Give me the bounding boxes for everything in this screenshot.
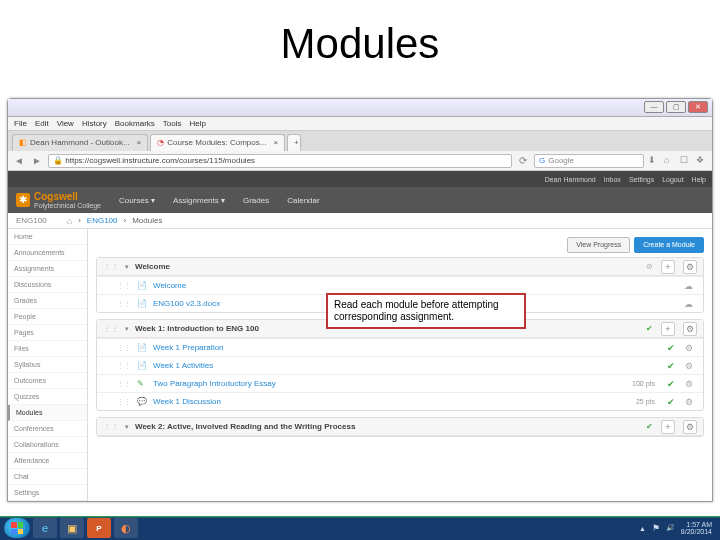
forward-button[interactable]: ► — [30, 154, 44, 168]
drag-icon[interactable]: ⋮⋮ — [117, 282, 131, 290]
tray-flag-icon[interactable]: ⚑ — [652, 523, 660, 533]
tab-canvas[interactable]: ◔Course Modules: Compos...× — [150, 134, 285, 151]
taskbar: e ▣ P ◐ ▲ ⚑ 🔊 1:57 AM 8/20/2014 — [0, 516, 720, 540]
module-header[interactable]: ⋮⋮ ▾ Welcome ⊘ + ⚙ — [97, 258, 703, 276]
sidebar-item-files[interactable]: Files — [8, 341, 87, 357]
help-link[interactable]: Help — [692, 176, 706, 183]
taskbar-firefox[interactable]: ◐ — [114, 518, 138, 538]
published-icon: ✔ — [667, 361, 675, 371]
module-item[interactable]: ⋮⋮ 📄 Week 1 Activities ✔ ⚙ — [97, 356, 703, 374]
add-item-button[interactable]: + — [661, 420, 675, 434]
brand-logo[interactable]: ✱ Cogswell Polytechnical College — [16, 192, 101, 209]
drag-icon[interactable]: ⋮⋮ — [117, 380, 131, 388]
inbox-link[interactable]: Inbox — [604, 176, 621, 183]
sidebar-item-assignments[interactable]: Assignments — [8, 261, 87, 277]
home-icon[interactable]: ⌂ — [67, 216, 72, 226]
view-progress-button[interactable]: View Progress — [567, 237, 630, 253]
tray-clock[interactable]: 1:57 AM 8/20/2014 — [681, 521, 712, 535]
sidebar-item-announcements[interactable]: Announcements — [8, 245, 87, 261]
menu-view[interactable]: View — [57, 117, 74, 130]
cloud-icon[interactable]: ☁ — [684, 281, 693, 291]
menu-tools[interactable]: Tools — [163, 117, 182, 130]
modules-main: View Progress Create a Module ⋮⋮ ▾ Welco… — [88, 229, 712, 501]
module-settings-button[interactable]: ⚙ — [683, 322, 697, 336]
nav-grades[interactable]: Grades — [243, 196, 269, 205]
sidebar-item-attendance[interactable]: Attendance — [8, 453, 87, 469]
close-icon[interactable]: × — [137, 135, 142, 151]
system-tray[interactable]: ▲ ⚑ 🔊 1:57 AM 8/20/2014 — [639, 521, 716, 535]
add-item-button[interactable]: + — [661, 260, 675, 274]
drag-icon[interactable]: ⋮⋮ — [103, 422, 119, 431]
drag-icon[interactable]: ⋮⋮ — [117, 300, 131, 308]
search-input[interactable]: GGoogle — [534, 154, 644, 168]
tray-volume-icon[interactable]: 🔊 — [666, 524, 675, 532]
close-button[interactable]: ✕ — [688, 101, 708, 113]
module-header[interactable]: ⋮⋮ ▾ Week 2: Active, Involved Reading an… — [97, 418, 703, 436]
sidebar-item-quizzes[interactable]: Quizzes — [8, 389, 87, 405]
module-item[interactable]: ⋮⋮ 📄 Week 1 Preparation ✔ ⚙ — [97, 338, 703, 356]
chevron-down-icon[interactable]: ▾ — [125, 263, 129, 271]
module-item[interactable]: ⋮⋮ 📄 Welcome ☁ — [97, 276, 703, 294]
sidebar-item-modules[interactable]: Modules — [8, 405, 87, 421]
drag-icon[interactable]: ⋮⋮ — [117, 362, 131, 370]
page-icon: 📄 — [137, 361, 147, 370]
sidebar-item-conferences[interactable]: Conferences — [8, 421, 87, 437]
add-item-button[interactable]: + — [661, 322, 675, 336]
sidebar-item-outcomes[interactable]: Outcomes — [8, 373, 87, 389]
sidebar-item-pages[interactable]: Pages — [8, 325, 87, 341]
minimize-button[interactable]: — — [644, 101, 664, 113]
module-item[interactable]: ⋮⋮ 💬 Week 1 Discussion 25 pts ✔ ⚙ — [97, 392, 703, 410]
sidebar-item-home[interactable]: Home — [8, 229, 87, 245]
settings-icon[interactable]: ⚙ — [685, 397, 693, 407]
settings-link[interactable]: Settings — [629, 176, 654, 183]
sidebar-item-settings[interactable]: Settings — [8, 485, 87, 501]
new-tab-button[interactable]: + — [287, 134, 301, 151]
module-item[interactable]: ⋮⋮ ✎ Two Paragraph Introductory Essay 10… — [97, 374, 703, 392]
breadcrumb-course[interactable]: ENG100 — [87, 216, 118, 225]
sidebar-item-chat[interactable]: Chat — [8, 469, 87, 485]
settings-icon[interactable]: ⚙ — [685, 379, 693, 389]
drag-icon[interactable]: ⋮⋮ — [103, 262, 119, 271]
close-icon[interactable]: × — [273, 135, 278, 151]
taskbar-ie[interactable]: e — [33, 518, 57, 538]
addon-icon[interactable]: ❖ — [696, 155, 708, 167]
drag-icon[interactable]: ⋮⋮ — [117, 344, 131, 352]
menu-edit[interactable]: Edit — [35, 117, 49, 130]
maximize-button[interactable]: ▢ — [666, 101, 686, 113]
menu-history[interactable]: History — [82, 117, 107, 130]
taskbar-explorer[interactable]: ▣ — [60, 518, 84, 538]
nav-courses[interactable]: Courses ▾ — [119, 196, 155, 205]
drag-icon[interactable]: ⋮⋮ — [103, 324, 119, 333]
download-icon[interactable]: ⬇ — [648, 155, 660, 167]
sidebar-item-grades[interactable]: Grades — [8, 293, 87, 309]
url-input[interactable]: 🔒 https://cogswell.instructure.com/cours… — [48, 154, 512, 168]
tray-show-hidden-icon[interactable]: ▲ — [639, 525, 646, 532]
bookmark-icon[interactable]: ☐ — [680, 155, 692, 167]
chevron-down-icon[interactable]: ▾ — [125, 423, 129, 431]
reload-button[interactable]: ⟳ — [516, 154, 530, 168]
chevron-down-icon[interactable]: ▾ — [125, 325, 129, 333]
sidebar-item-people[interactable]: People — [8, 309, 87, 325]
back-button[interactable]: ◄ — [12, 154, 26, 168]
cloud-icon[interactable]: ☁ — [684, 299, 693, 309]
settings-icon[interactable]: ⚙ — [685, 343, 693, 353]
user-name[interactable]: Dean Hammond — [545, 176, 596, 183]
module-settings-button[interactable]: ⚙ — [683, 260, 697, 274]
tab-outlook[interactable]: ◧Dean Hammond - Outlook...× — [12, 134, 148, 151]
menu-help[interactable]: Help — [189, 117, 205, 130]
module-settings-button[interactable]: ⚙ — [683, 420, 697, 434]
start-button[interactable] — [4, 518, 30, 538]
nav-assignments[interactable]: Assignments ▾ — [173, 196, 225, 205]
logout-link[interactable]: Logout — [662, 176, 683, 183]
sidebar-item-collaborations[interactable]: Collaborations — [8, 437, 87, 453]
sidebar-item-discussions[interactable]: Discussions — [8, 277, 87, 293]
home-icon[interactable]: ⌂ — [664, 155, 676, 167]
settings-icon[interactable]: ⚙ — [685, 361, 693, 371]
nav-calendar[interactable]: Calendar — [287, 196, 319, 205]
menu-file[interactable]: File — [14, 117, 27, 130]
drag-icon[interactable]: ⋮⋮ — [117, 398, 131, 406]
sidebar-item-syllabus[interactable]: Syllabus — [8, 357, 87, 373]
menu-bookmarks[interactable]: Bookmarks — [115, 117, 155, 130]
taskbar-powerpoint[interactable]: P — [87, 518, 111, 538]
create-module-button[interactable]: Create a Module — [634, 237, 704, 253]
